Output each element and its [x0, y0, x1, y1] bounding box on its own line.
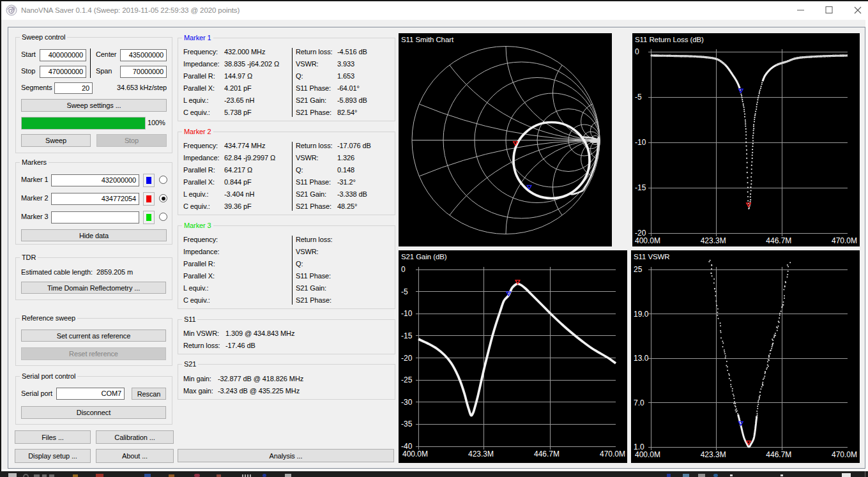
svg-text:-35: -35 — [401, 420, 413, 428]
svg-text:S11 Return Loss (dB): S11 Return Loss (dB) — [635, 36, 704, 43]
svg-text:-25: -25 — [401, 375, 413, 384]
svg-text:-5: -5 — [635, 93, 642, 102]
svg-text:0: 0 — [401, 265, 406, 274]
svg-text:-15: -15 — [401, 331, 413, 340]
svg-text:423.3M: 423.3M — [701, 450, 726, 459]
svg-text:0: 0 — [635, 47, 639, 56]
svg-text:423.3M: 423.3M — [468, 450, 494, 458]
svg-text:-10: -10 — [401, 309, 413, 318]
svg-text:446.7M: 446.7M — [766, 450, 791, 459]
svg-text:19.0: 19.0 — [634, 310, 649, 319]
svg-text:-30: -30 — [401, 398, 413, 407]
svg-text:S21 Gain (dB): S21 Gain (dB) — [401, 253, 447, 261]
svg-text:470.0M: 470.0M — [832, 236, 857, 245]
svg-text:-15: -15 — [635, 183, 646, 192]
svg-text:1.0: 1.0 — [634, 443, 644, 451]
svg-text:-20: -20 — [635, 229, 646, 238]
svg-text:S11 VSWR: S11 VSWR — [634, 253, 670, 261]
svg-text:7.0: 7.0 — [634, 398, 644, 407]
svg-text:25: 25 — [634, 265, 643, 274]
svg-text:470.0M: 470.0M — [832, 450, 857, 459]
svg-text:-20: -20 — [401, 354, 413, 363]
svg-text:423.3M: 423.3M — [701, 236, 726, 245]
svg-text:-40: -40 — [401, 442, 413, 451]
svg-text:-10: -10 — [635, 138, 646, 147]
svg-text:13.0: 13.0 — [634, 354, 649, 363]
svg-text:S11 Smith Chart: S11 Smith Chart — [401, 36, 454, 43]
svg-text:470.0M: 470.0M — [600, 450, 625, 458]
svg-text:446.7M: 446.7M — [534, 450, 560, 458]
svg-text:446.7M: 446.7M — [766, 236, 791, 245]
svg-text:-5: -5 — [401, 287, 408, 296]
